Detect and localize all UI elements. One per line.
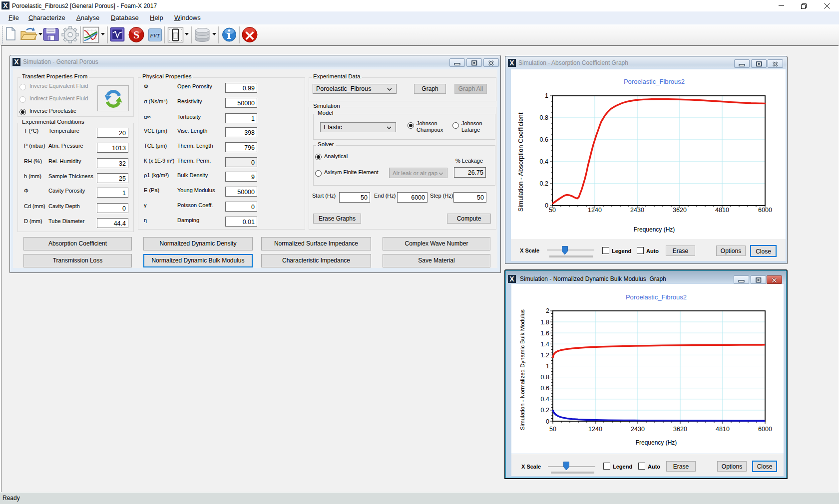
svg-text:0.6: 0.6	[540, 136, 548, 143]
svg-text:3620: 3620	[673, 207, 687, 214]
svg-text:1.8: 1.8	[541, 319, 549, 326]
svg-text:Simulation - Absorption Coeffi: Simulation - Absorption Coefficient	[517, 112, 524, 212]
svg-text:0.4: 0.4	[541, 396, 549, 403]
svg-text:4810: 4810	[715, 207, 729, 214]
svg-text:2430: 2430	[630, 207, 644, 214]
svg-text:0.8: 0.8	[541, 374, 549, 381]
svg-text:0.8: 0.8	[540, 114, 548, 121]
svg-text:2430: 2430	[631, 426, 645, 433]
svg-text:Poroelastic_Fibrous2: Poroelastic_Fibrous2	[626, 293, 687, 301]
svg-text:0: 0	[545, 202, 548, 209]
svg-text:0.2: 0.2	[541, 407, 549, 414]
svg-text:4810: 4810	[716, 426, 730, 433]
svg-text:50: 50	[549, 207, 556, 214]
svg-text:1240: 1240	[588, 207, 602, 214]
svg-text:Simulation - Normalized Dyna: Simulation - Normalized Dynamic Bulk Mod…	[519, 309, 525, 430]
svg-text:1.6: 1.6	[541, 330, 549, 337]
svg-text:50: 50	[549, 426, 556, 433]
svg-text:1: 1	[545, 92, 548, 99]
svg-text:0.2: 0.2	[540, 180, 548, 187]
svg-text:S: S	[133, 28, 139, 41]
svg-text:0: 0	[546, 418, 549, 425]
svg-text:6000: 6000	[758, 426, 772, 433]
svg-text:FVT: FVT	[149, 32, 160, 38]
svg-text:Frequency (Hz): Frequency (Hz)	[636, 439, 677, 446]
svg-text:1.4: 1.4	[541, 341, 549, 348]
svg-text:0.4: 0.4	[540, 158, 548, 165]
svg-text:1240: 1240	[588, 426, 602, 433]
svg-text:1: 1	[546, 363, 549, 370]
svg-text:3620: 3620	[673, 426, 687, 433]
svg-text:6000: 6000	[758, 207, 772, 214]
svg-text:Frequency (Hz): Frequency (Hz)	[634, 226, 675, 233]
svg-text:2: 2	[546, 307, 549, 314]
svg-text:Poroelastic_Fibrous2: Poroelastic_Fibrous2	[624, 78, 685, 85]
svg-text:0.6: 0.6	[541, 385, 549, 392]
svg-text:1.2: 1.2	[541, 352, 549, 359]
